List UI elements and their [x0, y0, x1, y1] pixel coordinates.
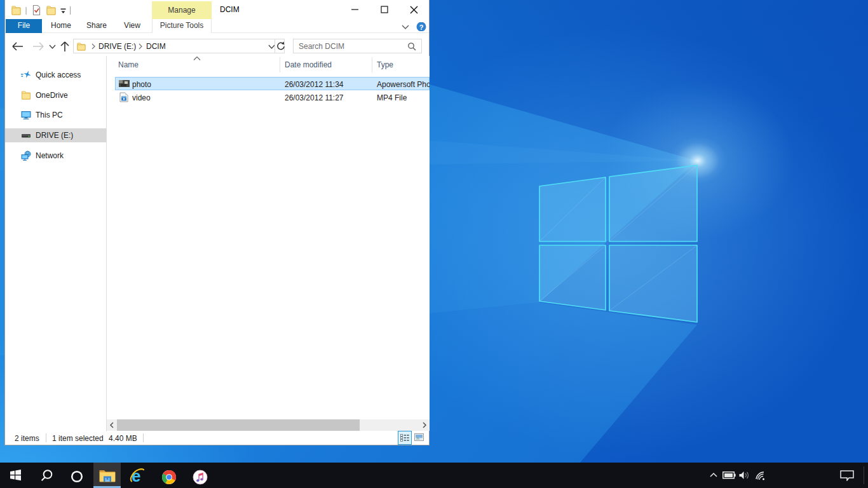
svg-text:?: ? — [419, 24, 424, 31]
